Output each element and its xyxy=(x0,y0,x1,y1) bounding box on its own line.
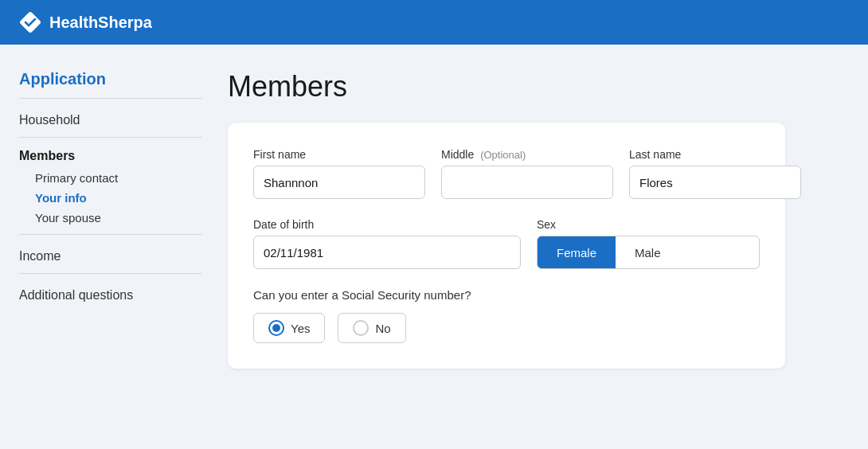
dob-sex-row: Date of birth Sex Female Male xyxy=(253,218,760,269)
sidebar-divider-2 xyxy=(19,137,202,138)
sidebar-divider-1 xyxy=(19,98,202,99)
ssn-yes-option[interactable]: Yes xyxy=(253,313,325,343)
ssn-question-text: Can you enter a Social Security number? xyxy=(253,288,760,302)
sidebar-sub-items: Primary contact Your info Your spouse xyxy=(19,168,202,228)
dob-input[interactable] xyxy=(253,236,521,269)
sidebar-members-title: Members xyxy=(19,149,202,163)
sidebar-item-your-spouse[interactable]: Your spouse xyxy=(35,208,202,228)
sidebar-item-income[interactable]: Income xyxy=(19,246,202,267)
ssn-yes-label: Yes xyxy=(291,322,310,335)
middle-name-label: Middle (Optional) xyxy=(441,148,613,161)
dob-label: Date of birth xyxy=(253,218,521,231)
sidebar-divider-4 xyxy=(19,273,202,274)
optional-label: (Optional) xyxy=(480,149,526,161)
sidebar-divider-3 xyxy=(19,234,202,235)
sidebar-item-your-info[interactable]: Your info xyxy=(35,188,202,208)
app-header: HealthSherpa xyxy=(0,0,868,45)
sidebar-item-additional-questions[interactable]: Additional questions xyxy=(19,285,202,306)
sidebar-item-household[interactable]: Household xyxy=(19,110,202,131)
ssn-section: Can you enter a Social Security number? … xyxy=(253,288,760,343)
sex-toggle: Female Male xyxy=(537,236,760,269)
sex-label: Sex xyxy=(537,218,760,231)
ssn-no-option[interactable]: No xyxy=(338,313,405,343)
name-row: First name Middle (Optional) Last name xyxy=(253,148,760,199)
sex-male-button[interactable]: Male xyxy=(616,236,680,268)
middle-name-input[interactable] xyxy=(441,166,613,199)
middle-name-group: Middle (Optional) xyxy=(441,148,613,199)
sidebar: Application Household Members Primary co… xyxy=(19,70,202,424)
first-name-input[interactable] xyxy=(253,166,425,199)
last-name-label: Last name xyxy=(629,148,801,161)
logo-text: HealthSherpa xyxy=(49,14,152,32)
ssn-yes-radio[interactable] xyxy=(268,320,284,336)
sex-female-button[interactable]: Female xyxy=(538,236,616,268)
page-area: Members First name Middle (Optional) Las… xyxy=(228,70,849,424)
ssn-no-radio[interactable] xyxy=(353,320,369,336)
ssn-no-label: No xyxy=(375,322,390,335)
main-content: Application Household Members Primary co… xyxy=(0,45,868,449)
ssn-radio-group: Yes No xyxy=(253,313,760,343)
sex-group: Sex Female Male xyxy=(537,218,760,269)
sidebar-section-title: Application xyxy=(19,70,202,88)
logo-icon xyxy=(19,11,41,33)
dob-group: Date of birth xyxy=(253,218,521,269)
page-title: Members xyxy=(228,70,849,103)
last-name-group: Last name xyxy=(629,148,801,199)
last-name-input[interactable] xyxy=(629,166,801,199)
first-name-group: First name xyxy=(253,148,425,199)
logo: HealthSherpa xyxy=(19,11,152,33)
first-name-label: First name xyxy=(253,148,425,161)
svg-rect-0 xyxy=(19,11,41,33)
sidebar-item-primary-contact[interactable]: Primary contact xyxy=(35,168,202,188)
form-card: First name Middle (Optional) Last name xyxy=(228,123,785,369)
